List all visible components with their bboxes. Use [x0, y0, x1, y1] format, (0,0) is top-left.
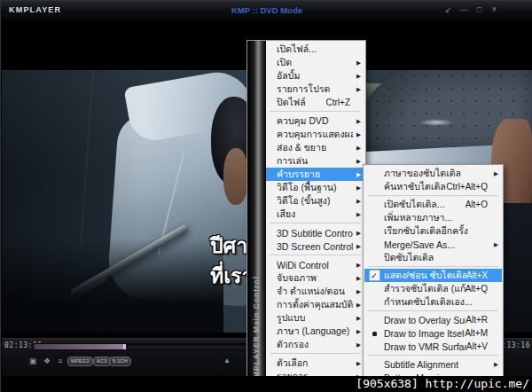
- menu-item[interactable]: 3D Subtitle Controls▶: [266, 226, 364, 239]
- submenu-item[interactable]: เปิดซับไตเติล...Alt+O: [364, 198, 502, 211]
- submenu-arrow-icon: ▶: [490, 170, 498, 177]
- menu-item-label: Subtitle Alignment: [384, 359, 458, 370]
- menu-separator: [364, 353, 502, 357]
- submenu-item[interactable]: สำรวจซับไตเติล (แก้ไขได้)...Alt+Q: [364, 282, 502, 295]
- menu-item-label: WiDi Control: [277, 260, 329, 270]
- menu-item[interactable]: อัลบั้ม▶: [266, 69, 364, 82]
- submenu-arrow-icon: ▶: [353, 131, 361, 138]
- menu-item-label: เรียกซับไตเติลอีกครั้ง: [384, 223, 468, 239]
- watermark-text: [905x638] http://upic.me/: [356, 377, 529, 390]
- menu-shortcut: Alt+O: [466, 200, 488, 209]
- submenu-arrow-icon: ▶: [353, 360, 361, 367]
- menu-item-label: ตัวกรอง: [277, 337, 309, 352]
- codec-badge-audio: AC3: [93, 357, 111, 366]
- menu-item[interactable]: รูปแบบ▶: [266, 311, 364, 325]
- submenu-arrow-icon: ▶: [353, 262, 361, 269]
- menu-shortcut: Alt+Q: [466, 284, 488, 294]
- menu-item[interactable]: วิดีโอ (ขั้นสูง)▶: [266, 194, 364, 208]
- menu-item-label: 3D Subtitle Controls: [277, 228, 353, 239]
- submenu-item[interactable]: Draw to Image ItselfAlt+M: [364, 326, 502, 340]
- menu-separator: [364, 309, 502, 313]
- minimize-icon[interactable]: —: [458, 4, 471, 15]
- codec-badge-video: MPEG2: [67, 357, 93, 366]
- submenu-arrow-icon: ▶: [353, 288, 361, 295]
- menu-item[interactable]: ควบคุม DVD▶: [266, 114, 364, 128]
- submenu-arrow-icon: ▶: [353, 341, 361, 349]
- main-context-menu: KMPLAYER Main Control เปิดไฟล์...เปิด▶อั…: [246, 40, 366, 388]
- menu-separator: [364, 193, 502, 198]
- menu-item-label: 3D Screen Controls: [277, 241, 353, 252]
- menu-separator: [266, 109, 364, 114]
- menu-separator: [266, 221, 364, 226]
- main-menu-items: เปิดไฟล์...เปิด▶อัลบั้ม▶รายการโปรด▶ปิดไฟ…: [266, 43, 364, 383]
- submenu-item[interactable]: เพิ่มหลายภาษา...: [364, 211, 502, 224]
- submenu-item[interactable]: เรียกซับไตเติลอีกครั้ง: [364, 224, 502, 238]
- menu-item[interactable]: การเล่น▶: [266, 154, 364, 168]
- menu-separator: [266, 253, 364, 258]
- submenu-arrow-icon: ▶: [353, 275, 361, 282]
- menu-item[interactable]: จับจอภาพ▶: [266, 271, 364, 285]
- menu-item-label: ค้นหาซับไตเติลออนไลน์...: [384, 179, 446, 194]
- submenu-item[interactable]: ✓แสดง/ซ่อน ซับไตเติลAlt+X: [364, 269, 502, 282]
- menu-shortcut: Ctrl+Z: [326, 98, 351, 107]
- menu-separator: [364, 264, 502, 269]
- menu-item[interactable]: ภาษา (Language)▶: [266, 325, 364, 338]
- radio-dot-icon: [372, 332, 377, 336]
- menu-item-label: กำหนดซับไตเติลเอง...: [384, 294, 473, 310]
- submenu-item[interactable]: ภาษาของซับไตเติล▶: [364, 167, 502, 180]
- submenu-item[interactable]: Subtitle Alignment▶: [364, 357, 502, 371]
- submenu-arrow-icon: ▶: [353, 315, 361, 322]
- progress-fill: [34, 344, 126, 349]
- submenu-arrow-icon: ▶: [353, 86, 361, 93]
- submenu-arrow-icon: ▶: [353, 184, 361, 192]
- submenu-item[interactable]: ค้นหาซับไตเติลออนไลน์...Ctrl+Alt+Q: [364, 180, 502, 193]
- menu-item[interactable]: เปิด▶: [266, 56, 364, 69]
- menu-shortcut: Alt+V: [466, 341, 488, 351]
- close-icon[interactable]: ×: [488, 4, 501, 15]
- kmplayer-window: KMPLAYER KMP :: DVD Mode ↙ — □ × ปีศา: [0, 0, 532, 392]
- menu-separator: [266, 351, 364, 357]
- menu-item[interactable]: เสียง▶: [266, 208, 364, 221]
- submenu-item[interactable]: ปิดซับไตเติล: [364, 251, 502, 264]
- menu-item[interactable]: รายการโปรด▶: [266, 82, 364, 96]
- menu-item[interactable]: วิดีโอ (พื้นฐาน)▶: [266, 181, 364, 194]
- submenu-arrow-icon: ▶: [353, 171, 361, 178]
- submenu-arrow-icon: ▶: [490, 361, 498, 368]
- settings-icon[interactable]: ❖: [41, 356, 53, 366]
- title-bar[interactable]: KMPLAYER KMP :: DVD Mode ↙ — □ ×: [1, 1, 532, 20]
- menu-item[interactable]: ตัวกรอง▶: [266, 338, 364, 351]
- compact-mode-icon[interactable]: ↙: [442, 4, 455, 15]
- menu-list-icon[interactable]: ≡: [54, 356, 66, 366]
- menu-item[interactable]: เปิดไฟล์...: [266, 43, 364, 56]
- submenu-arrow-icon: ▶: [353, 328, 361, 335]
- eject-icon[interactable]: ▲: [221, 356, 233, 366]
- menu-item[interactable]: ตัวเลือก▶: [266, 357, 364, 370]
- submenu-arrow-icon: ▶: [353, 158, 361, 165]
- submenu-arrow-icon: ▶: [353, 198, 361, 205]
- submenu-item[interactable]: Draw to VMR SurfaceAlt+V: [364, 340, 502, 353]
- menu-item[interactable]: คำบรรยาย▶: [266, 168, 364, 181]
- menu-item[interactable]: การตั้งค่าคุณสมบัติต่างๆ▶: [266, 298, 364, 311]
- submenu-item[interactable]: Merge/Save As...▶: [364, 238, 502, 251]
- submenu-arrow-icon: ▶: [353, 59, 361, 67]
- menu-item[interactable]: WiDi Control▶: [266, 258, 364, 271]
- bottom-strip: [905x638] http://upic.me/: [1, 376, 532, 392]
- playlist-icon[interactable]: ▣: [27, 356, 39, 366]
- menu-gutter: ✓: [364, 270, 384, 281]
- menu-shortcut: Alt+X: [466, 270, 488, 280]
- menu-item[interactable]: จำ ตำแหน่ง/ตอน▶: [266, 285, 364, 298]
- menu-item-label: Draw to Overlay Surface: [384, 315, 466, 325]
- menu-item[interactable]: ควบคุมการแสดงผล▶: [266, 128, 364, 141]
- menu-item[interactable]: ปิดไฟล์Ctrl+Z: [266, 96, 364, 109]
- submenu-item[interactable]: กำหนดซับไตเติลเอง...: [364, 295, 502, 309]
- menu-item-label: ปิดซับไตเติล: [384, 250, 434, 265]
- maximize-icon[interactable]: □: [473, 4, 486, 15]
- submenu-item[interactable]: Draw to Overlay SurfaceAlt+R: [364, 313, 502, 326]
- submenu-items: ภาษาของซับไตเติล▶ค้นหาซับไตเติลออนไลน์..…: [364, 167, 502, 384]
- menu-item[interactable]: 3D Screen Controls▶: [266, 239, 364, 253]
- menu-item[interactable]: ส่อง & ขยาย▶: [266, 141, 364, 154]
- menu-shortcut: Ctrl+Alt+Q: [446, 182, 488, 192]
- menu-item-label: ปิดไฟล์: [277, 95, 306, 110]
- submenu-arrow-icon: ▶: [353, 230, 361, 237]
- menu-side-banner: KMPLAYER Main Control: [247, 41, 266, 387]
